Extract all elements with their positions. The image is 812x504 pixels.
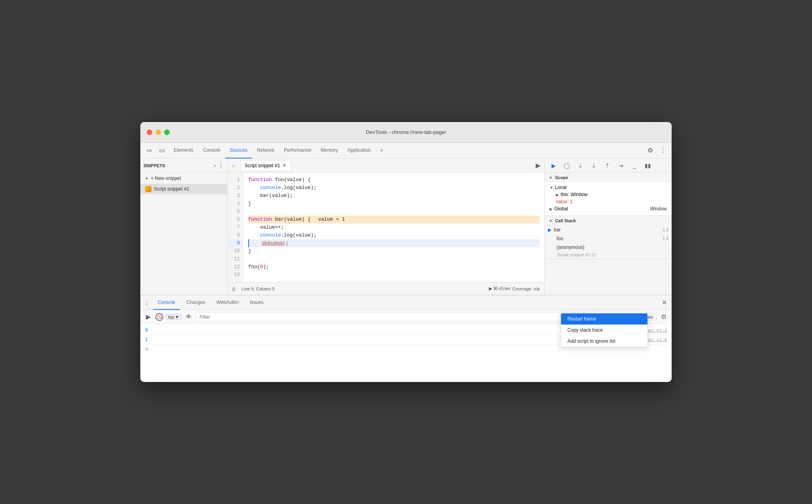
sidebar-title: Snippets (144, 163, 212, 168)
step-btn[interactable]: ⇥ (615, 160, 626, 171)
console-val-1: 1 (145, 337, 157, 343)
cursor-icon[interactable]: ⇨ (144, 145, 155, 156)
ctx-copy-stack-trace[interactable]: Copy stack trace (561, 325, 647, 336)
tab-elements[interactable]: Elements (169, 143, 198, 158)
console-clear-icon[interactable]: 🚫 (155, 313, 163, 321)
tab-memory[interactable]: Memory (316, 143, 343, 158)
bottom-tab-issues[interactable]: Issues (245, 296, 268, 310)
editor-nav-back[interactable]: ← (229, 161, 239, 170)
call-stack-section: ▼ Call Stack ▶ bar 1:9 foo 1:3 (545, 216, 672, 259)
scope-global-header[interactable]: ▶ Global Window (550, 205, 667, 212)
new-snippet-button[interactable]: + + New snippet (140, 173, 227, 184)
sidebar-header: Snippets » ⋮ (140, 158, 227, 173)
console-eye-icon[interactable]: 👁 (184, 312, 193, 322)
code-container[interactable]: 1 2 3 4 5 6 7 8 9 10 11 12 13 (228, 173, 544, 282)
callstack-src: Script snippet #1:12 (545, 252, 672, 259)
top-dropdown-icon: ▼ (175, 315, 179, 319)
callstack-item-bar[interactable]: ▶ bar 1:9 (545, 225, 672, 234)
callstack-active-arrow: ▶ (548, 227, 552, 233)
editor-tab-close-icon[interactable]: ✕ (282, 162, 287, 168)
more-options-icon[interactable]: ⋮ (657, 145, 668, 156)
bottom-tab-webauthn[interactable]: WebAuthn (212, 296, 243, 310)
pause-on-exception-btn[interactable]: ◯ (561, 160, 573, 171)
editor-tab-snippet[interactable]: Script snippet #1 ✕ (240, 160, 291, 171)
tab-more[interactable]: » (375, 143, 388, 158)
bottom-close-icon[interactable]: ✕ (660, 299, 668, 306)
local-label: Local (555, 185, 567, 190)
traffic-lights (147, 130, 170, 135)
editor-tab-bar: ← Script snippet #1 ✕ ▶ (228, 158, 544, 173)
snippet-item-1[interactable]: Script snippet #1 (140, 184, 227, 194)
line-num-9: 9 (228, 239, 243, 247)
step-over-btn[interactable]: ⇣ (575, 160, 586, 171)
sidebar: Snippets » ⋮ + + New snippet Script snip… (140, 158, 228, 295)
code-editor[interactable]: function foo(value) { console.log(value)… (243, 173, 544, 282)
code-line-12: foo(0); (248, 263, 540, 271)
line-numbers: 1 2 3 4 5 6 7 8 9 10 11 12 13 (228, 173, 243, 282)
minimize-traffic-light[interactable] (155, 130, 161, 135)
step-out-btn[interactable]: ⇡ (602, 160, 613, 171)
debug-toolbar: ▶︎ ◯ ⇣ ⇣ ⇡ ⇥ ⎯ ▮▮ (545, 158, 672, 173)
pause-btn[interactable]: ▮▮ (642, 160, 653, 171)
line-num-4: 4 (228, 200, 243, 208)
bottom-tab-changes[interactable]: Changes (182, 296, 210, 310)
tab-console[interactable]: Console (198, 143, 225, 158)
scope-local-header[interactable]: ▼ Local (550, 184, 667, 191)
tab-sources[interactable]: Sources (225, 143, 252, 158)
format-btn[interactable]: {} (232, 286, 235, 291)
device-icon[interactable]: ▭ (156, 145, 167, 156)
line-num-3: 3 (228, 192, 243, 200)
snippet-icon (145, 186, 151, 192)
code-line-13 (248, 271, 540, 279)
settings-icon[interactable]: ⚙ (645, 145, 656, 156)
toolbar-right: ⚙ ⋮ (645, 145, 668, 156)
console-filter-input[interactable] (196, 312, 586, 322)
bottom-tab-console[interactable]: Console (153, 296, 180, 310)
console-settings-icon[interactable]: ⚙ (659, 312, 668, 322)
callstack-arrow: ▼ (549, 219, 553, 223)
line-num-1: 1 (228, 176, 243, 184)
callstack-item-anon[interactable]: (anonymous) (545, 243, 672, 252)
deactivate-btn[interactable]: ⎯ (629, 160, 640, 171)
scope-this-row: ▶ this: Window (550, 191, 667, 198)
line-num-8: 8 (228, 231, 243, 239)
console-run-icon[interactable]: ▶ (144, 312, 153, 322)
tab-network[interactable]: Network (252, 143, 279, 158)
global-val: Window (650, 206, 667, 212)
tab-application[interactable]: Application (343, 143, 375, 158)
bottom-tab-bar: ⋮ Console Changes WebAuthn Issues ✕ (140, 296, 672, 310)
new-snippet-label: + New snippet (151, 176, 181, 181)
scope-arrow: ▼ (549, 176, 553, 180)
sidebar-more-icon[interactable]: » (214, 163, 216, 168)
run-label[interactable]: ▶ ⌘+Enter (489, 286, 511, 291)
global-arrow: ▶ (550, 207, 553, 211)
ctx-restart-frame[interactable]: Restart frame (561, 313, 647, 325)
resume-btn[interactable]: ▶︎ (548, 160, 559, 171)
line-num-12: 12 (228, 263, 243, 271)
top-context-selector[interactable]: top ▼ (166, 314, 182, 320)
callstack-loc-bar: 1:9 (663, 227, 668, 232)
call-stack-header[interactable]: ▼ Call Stack (545, 216, 672, 225)
call-stack-content: ▶ bar 1:9 foo 1:3 (anonymous) (545, 225, 672, 259)
scope-header[interactable]: ▼ Scope (545, 173, 672, 182)
sidebar-menu-icon[interactable]: ⋮ (218, 162, 224, 169)
callstack-fn-foo: foo (557, 236, 660, 241)
callstack-item-foo[interactable]: foo 1:3 (545, 234, 672, 243)
code-line-10: } (248, 247, 540, 255)
ctx-add-to-ignore[interactable]: Add script to ignore list (561, 336, 647, 347)
step-into-btn[interactable]: ⇣ (588, 160, 599, 171)
code-line-8: console.log(value); (248, 231, 540, 239)
top-label: top (168, 315, 174, 319)
console-val-0: 0 (145, 328, 157, 333)
plus-icon: + (145, 175, 148, 181)
callstack-fn-anon: (anonymous) (557, 244, 666, 250)
tab-performance[interactable]: Performance (279, 143, 316, 158)
bottom-more-icon[interactable]: ⋮ (144, 299, 150, 306)
value-label: value: 1 (556, 199, 573, 204)
scope-section: ▼ Scope ▼ Local ▶ this: Window (545, 173, 672, 216)
close-traffic-light[interactable] (147, 130, 152, 135)
code-line-7: value++; (248, 223, 540, 231)
code-line-4: } (248, 200, 540, 208)
editor-run-button[interactable]: ▶ (533, 161, 543, 170)
maximize-traffic-light[interactable] (164, 130, 170, 135)
